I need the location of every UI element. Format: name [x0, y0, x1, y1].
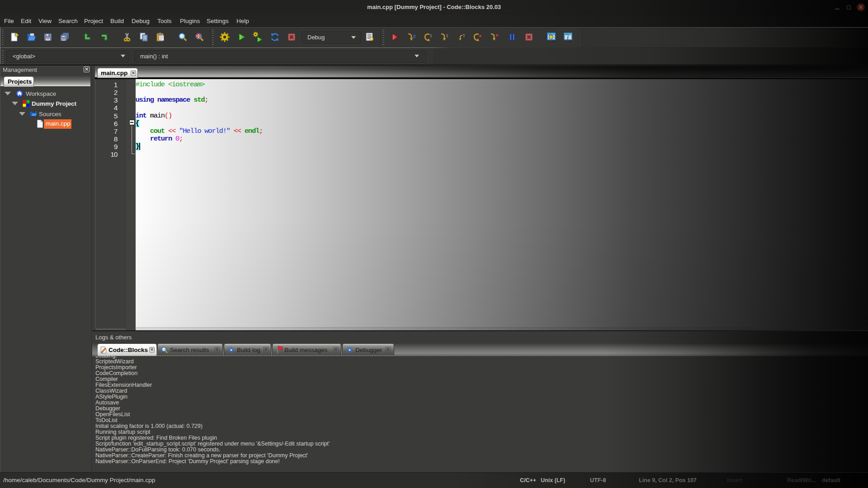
svg-text:R: R [197, 33, 201, 38]
